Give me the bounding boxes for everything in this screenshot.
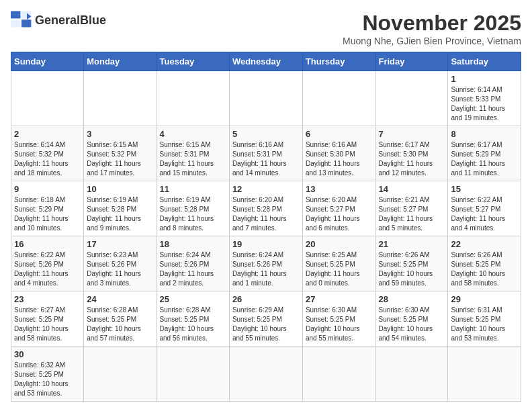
day-info: Sunrise: 6:20 AM Sunset: 5:27 PM Dayligh… <box>306 195 373 233</box>
day-info: Sunrise: 6:14 AM Sunset: 5:33 PM Dayligh… <box>451 85 518 123</box>
calendar-cell <box>229 347 302 402</box>
calendar-week-row: 23Sunrise: 6:27 AM Sunset: 5:25 PM Dayli… <box>11 291 521 347</box>
day-info: Sunrise: 6:29 AM Sunset: 5:25 PM Dayligh… <box>232 306 300 343</box>
calendar-cell: 19Sunrise: 6:24 AM Sunset: 5:26 PM Dayli… <box>229 236 302 291</box>
day-info: Sunrise: 6:24 AM Sunset: 5:26 PM Dayligh… <box>232 250 300 288</box>
calendar-cell <box>157 347 229 402</box>
day-number: 17 <box>87 239 153 249</box>
day-number: 26 <box>232 294 300 304</box>
day-info: Sunrise: 6:16 AM Sunset: 5:30 PM Dayligh… <box>306 140 373 178</box>
day-number: 3 <box>87 129 153 139</box>
day-number: 14 <box>379 184 445 194</box>
calendar-cell: 12Sunrise: 6:20 AM Sunset: 5:28 PM Dayli… <box>229 181 302 236</box>
calendar-cell <box>157 71 229 126</box>
calendar-cell: 27Sunrise: 6:30 AM Sunset: 5:25 PM Dayli… <box>302 291 375 347</box>
day-info: Sunrise: 6:20 AM Sunset: 5:28 PM Dayligh… <box>232 195 300 233</box>
day-number: 9 <box>14 184 81 194</box>
day-info: Sunrise: 6:26 AM Sunset: 5:25 PM Dayligh… <box>379 250 445 288</box>
month-title: November 2025 <box>343 11 521 36</box>
day-info: Sunrise: 6:17 AM Sunset: 5:30 PM Dayligh… <box>379 140 445 178</box>
weekday-header-monday: Monday <box>84 52 157 71</box>
logo-text: GeneralBlue <box>35 13 106 28</box>
weekday-header-thursday: Thursday <box>302 52 375 71</box>
day-number: 24 <box>87 294 153 304</box>
calendar-cell: 15Sunrise: 6:22 AM Sunset: 5:27 PM Dayli… <box>448 181 521 236</box>
day-info: Sunrise: 6:19 AM Sunset: 5:28 PM Dayligh… <box>160 195 226 233</box>
day-number: 30 <box>14 349 81 359</box>
day-number: 7 <box>379 129 445 139</box>
day-number: 5 <box>232 129 300 139</box>
calendar-cell: 30Sunrise: 6:32 AM Sunset: 5:25 PM Dayli… <box>11 347 84 402</box>
day-number: 8 <box>451 129 518 139</box>
day-number: 4 <box>160 129 226 139</box>
calendar-week-row: 16Sunrise: 6:22 AM Sunset: 5:26 PM Dayli… <box>11 236 521 291</box>
weekday-header-sunday: Sunday <box>11 52 84 71</box>
calendar-cell <box>375 347 448 402</box>
day-info: Sunrise: 6:21 AM Sunset: 5:27 PM Dayligh… <box>379 195 445 233</box>
day-info: Sunrise: 6:23 AM Sunset: 5:26 PM Dayligh… <box>87 250 153 288</box>
day-info: Sunrise: 6:25 AM Sunset: 5:25 PM Dayligh… <box>306 250 373 288</box>
day-number: 28 <box>379 294 445 304</box>
calendar-cell <box>302 71 375 126</box>
day-number: 20 <box>306 239 373 249</box>
calendar-cell: 22Sunrise: 6:26 AM Sunset: 5:25 PM Dayli… <box>448 236 521 291</box>
calendar-week-row: 30Sunrise: 6:32 AM Sunset: 5:25 PM Dayli… <box>11 347 521 402</box>
calendar-cell <box>302 347 375 402</box>
day-number: 19 <box>232 239 300 249</box>
day-number: 27 <box>306 294 373 304</box>
day-info: Sunrise: 6:27 AM Sunset: 5:25 PM Dayligh… <box>14 306 81 343</box>
day-number: 1 <box>451 74 518 84</box>
calendar-week-row: 2Sunrise: 6:14 AM Sunset: 5:32 PM Daylig… <box>11 126 521 181</box>
calendar-cell: 9Sunrise: 6:18 AM Sunset: 5:29 PM Daylig… <box>11 181 84 236</box>
calendar-cell: 10Sunrise: 6:19 AM Sunset: 5:28 PM Dayli… <box>84 181 157 236</box>
day-number: 11 <box>160 184 226 194</box>
day-number: 2 <box>14 129 81 139</box>
calendar-cell: 3Sunrise: 6:15 AM Sunset: 5:32 PM Daylig… <box>84 126 157 181</box>
day-number: 29 <box>451 294 518 304</box>
day-info: Sunrise: 6:30 AM Sunset: 5:25 PM Dayligh… <box>379 306 445 343</box>
calendar-week-row: 1Sunrise: 6:14 AM Sunset: 5:33 PM Daylig… <box>11 71 521 126</box>
calendar-cell: 24Sunrise: 6:28 AM Sunset: 5:25 PM Dayli… <box>84 291 157 347</box>
calendar-cell: 20Sunrise: 6:25 AM Sunset: 5:25 PM Dayli… <box>302 236 375 291</box>
day-info: Sunrise: 6:32 AM Sunset: 5:25 PM Dayligh… <box>14 361 81 398</box>
calendar-header-row: SundayMondayTuesdayWednesdayThursdayFrid… <box>11 52 521 71</box>
calendar-cell: 17Sunrise: 6:23 AM Sunset: 5:26 PM Dayli… <box>84 236 157 291</box>
calendar-cell: 28Sunrise: 6:30 AM Sunset: 5:25 PM Dayli… <box>375 291 448 347</box>
calendar-cell: 25Sunrise: 6:28 AM Sunset: 5:25 PM Dayli… <box>157 291 229 347</box>
day-info: Sunrise: 6:28 AM Sunset: 5:25 PM Dayligh… <box>160 306 226 343</box>
day-number: 13 <box>306 184 373 194</box>
weekday-header-tuesday: Tuesday <box>157 52 229 71</box>
calendar-cell: 11Sunrise: 6:19 AM Sunset: 5:28 PM Dayli… <box>157 181 229 236</box>
calendar-week-row: 9Sunrise: 6:18 AM Sunset: 5:29 PM Daylig… <box>11 181 521 236</box>
calendar-cell: 4Sunrise: 6:15 AM Sunset: 5:31 PM Daylig… <box>157 126 229 181</box>
day-info: Sunrise: 6:17 AM Sunset: 5:29 PM Dayligh… <box>451 140 518 178</box>
calendar-cell: 7Sunrise: 6:17 AM Sunset: 5:30 PM Daylig… <box>375 126 448 181</box>
day-info: Sunrise: 6:31 AM Sunset: 5:25 PM Dayligh… <box>451 306 518 343</box>
day-number: 10 <box>87 184 153 194</box>
svg-rect-0 <box>11 11 20 18</box>
day-info: Sunrise: 6:19 AM Sunset: 5:28 PM Dayligh… <box>87 195 153 233</box>
logo: GeneralBlue <box>11 11 106 30</box>
location-subtitle: Muong Nhe, GJien Bien Province, Vietnam <box>343 36 521 46</box>
calendar-cell <box>229 71 302 126</box>
calendar-cell: 1Sunrise: 6:14 AM Sunset: 5:33 PM Daylig… <box>448 71 521 126</box>
day-info: Sunrise: 6:22 AM Sunset: 5:27 PM Dayligh… <box>451 195 518 233</box>
weekday-header-wednesday: Wednesday <box>229 52 302 71</box>
day-number: 15 <box>451 184 518 194</box>
calendar-cell <box>84 71 157 126</box>
title-area: November 2025 Muong Nhe, GJien Bien Prov… <box>343 11 521 46</box>
day-info: Sunrise: 6:24 AM Sunset: 5:26 PM Dayligh… <box>160 250 226 288</box>
day-info: Sunrise: 6:15 AM Sunset: 5:32 PM Dayligh… <box>87 140 153 178</box>
page-header: GeneralBlue November 2025 Muong Nhe, GJi… <box>11 11 521 46</box>
calendar-cell: 18Sunrise: 6:24 AM Sunset: 5:26 PM Dayli… <box>157 236 229 291</box>
day-number: 21 <box>379 239 445 249</box>
day-info: Sunrise: 6:26 AM Sunset: 5:25 PM Dayligh… <box>451 250 518 288</box>
day-info: Sunrise: 6:14 AM Sunset: 5:32 PM Dayligh… <box>14 140 81 178</box>
calendar-cell: 29Sunrise: 6:31 AM Sunset: 5:25 PM Dayli… <box>448 291 521 347</box>
calendar-cell: 2Sunrise: 6:14 AM Sunset: 5:32 PM Daylig… <box>11 126 84 181</box>
day-number: 25 <box>160 294 226 304</box>
calendar-table: SundayMondayTuesdayWednesdayThursdayFrid… <box>11 52 521 402</box>
day-number: 22 <box>451 239 518 249</box>
day-info: Sunrise: 6:22 AM Sunset: 5:26 PM Dayligh… <box>14 250 81 288</box>
day-number: 23 <box>14 294 81 304</box>
